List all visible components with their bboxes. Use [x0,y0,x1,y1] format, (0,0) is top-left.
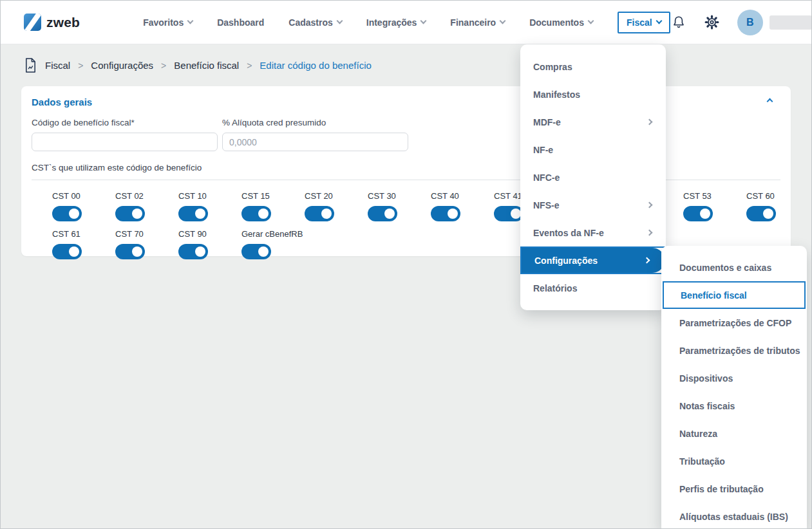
submenu-item-label: Dispositivos [679,373,733,384]
nav-item-fiscal[interactable]: Fiscal [618,12,670,33]
submenu-item-tributacao[interactable]: Tributação [661,447,807,475]
toggle-item-cst-90: CST 90 [178,229,241,259]
menu-item-label: MDF-e [533,117,561,127]
settings-gear-icon[interactable] [704,14,721,31]
menu-item-configuracoes-highlight: Configurações [522,248,665,273]
cst-15-toggle[interactable] [241,206,271,221]
cst-02-toggle[interactable] [115,206,145,221]
breadcrumb-item-configuracoes[interactable]: Configurações [91,60,153,71]
breadcrumb-item-fiscal[interactable]: Fiscal [45,60,70,71]
cst-70-toggle[interactable] [115,244,145,259]
toggle-label: CST 15 [241,191,305,201]
cst-00-toggle[interactable] [52,206,82,221]
toggle-label: Gerar cBenefRB [241,229,305,239]
cst-30-toggle[interactable] [368,206,397,221]
chevron-right-icon [647,230,653,236]
menu-item-nfce[interactable]: NFC-e [520,163,666,191]
menu-item-compras[interactable]: Compras [520,53,666,80]
avatar: B [737,10,763,35]
cst-53-toggle[interactable] [683,206,713,221]
nav-item-cadastros[interactable]: Cadastros [288,17,341,28]
nav-item-dashboard[interactable]: Dashboard [217,17,264,28]
cst-61-toggle[interactable] [52,244,82,259]
menu-item-relatorios[interactable]: Relatórios [520,274,666,302]
toggle-item-cst-30: CST 30 [368,191,431,221]
submenu-item-parametrizacoes-tributos[interactable]: Parametrizações de tributos [661,337,807,364]
cst-90-toggle[interactable] [178,244,208,259]
toggle-label: CST 10 [178,191,241,201]
logo-text: zweb [46,15,80,30]
document-icon [24,57,37,73]
toggle-item-cst-40: CST 40 [431,191,494,221]
form-fields-row: Código de benefício fiscal* % Alíquota c… [32,118,780,151]
breadcrumb-current-page: Editar código do benefício [260,60,371,71]
nav-item-documentos[interactable]: Documentos [529,17,593,28]
nav-item-favoritos[interactable]: Favoritos [143,17,193,28]
menu-item-label: Manifestos [533,89,580,100]
menu-item-label: NFS-e [533,200,559,210]
submenu-item-label: Parametrizações de tributos [679,346,800,356]
cst-41-toggle[interactable] [494,206,524,221]
submenu-item-beneficio-fiscal[interactable]: Benefício fiscal [663,281,806,309]
menu-item-mdfe[interactable]: MDF-e [520,108,666,136]
submenu-item-label: Notas fiscais [679,401,735,411]
menu-item-nfe[interactable]: NF-e [520,136,666,163]
menu-item-eventos-nfe[interactable]: Eventos da NF-e [520,219,666,246]
logo-icon [24,14,41,31]
menu-item-manifestos[interactable]: Manifestos [520,80,666,108]
chevron-down-icon [336,18,343,24]
collapse-section-button[interactable] [764,97,775,106]
submenu-item-perfis-de-tributacao[interactable]: Perfis de tributação [661,475,807,503]
codigo-beneficio-input[interactable] [32,133,218,151]
nav-label: Fiscal [627,17,652,28]
cst-20-toggle[interactable] [305,206,334,221]
chevron-right-icon [644,257,650,264]
field-label: % Alíquota cred presumido [222,118,408,127]
cst-60-toggle[interactable] [746,206,776,221]
avatar-initial: B [746,17,754,28]
configuracoes-submenu: Documentos e caixas Benefício fiscal Par… [661,246,807,529]
user-menu[interactable]: B [737,10,812,35]
submenu-item-label: Tributação [679,456,725,467]
toggle-label: CST 20 [305,191,368,201]
chevron-down-icon [656,18,662,24]
menu-item-configuracoes[interactable]: Configurações [520,246,666,274]
menu-item-label: Relatórios [533,283,577,293]
submenu-item-aliquotas-estaduais-ibs[interactable]: Alíquotas estaduais (IBS) [661,503,807,529]
cst-10-toggle[interactable] [178,206,208,221]
nav-label: Dashboard [217,17,264,28]
aliquota-input[interactable] [222,133,408,151]
breadcrumb-item-beneficio-fiscal[interactable]: Benefício fiscal [174,60,239,71]
cst-40-toggle[interactable] [431,206,460,221]
gerar-cbenefrb-toggle[interactable] [241,244,271,259]
toggle-item-cst-53: CST 53 [683,191,746,221]
toggle-label: CST 53 [683,191,746,201]
field-codigo-beneficio: Código de benefício fiscal* [32,118,218,151]
toggle-item-cst-02: CST 02 [115,191,178,221]
toggle-label: CST 00 [52,191,115,201]
submenu-item-parametrizacoes-cfop[interactable]: Parametrizações de CFOP [661,309,807,337]
notification-bell-icon[interactable] [670,14,687,31]
submenu-item-natureza[interactable]: Natureza [661,420,807,447]
submenu-item-label: Natureza [679,429,717,439]
nav-label: Cadastros [288,17,332,28]
top-bar-actions: B [670,10,812,35]
submenu-item-documentos-e-caixas[interactable]: Documentos e caixas [661,254,807,281]
nav-item-integracoes[interactable]: Integrações [366,17,426,28]
toggle-item-cst-61: CST 61 [52,229,115,259]
chevron-down-icon [588,18,594,24]
menu-item-nfse[interactable]: NFS-e [520,191,666,219]
toggle-item-cst-10: CST 10 [178,191,241,221]
toggle-item-cst-20: CST 20 [305,191,368,221]
fiscal-dropdown-menu: Compras Manifestos MDF-e NF-e NFC-e NFS-… [520,44,666,310]
nav-label: Financeiro [450,17,496,28]
submenu-item-notas-fiscais[interactable]: Notas fiscais [661,392,807,420]
submenu-item-dispositivos[interactable]: Dispositivos [661,364,807,392]
nav-label: Documentos [529,17,584,28]
logo[interactable]: zweb [24,14,80,31]
toggle-item-gerar-cbenefrb: Gerar cBenefRB [241,229,305,259]
submenu-item-label: Perfis de tributação [679,484,764,494]
nav-item-financeiro[interactable]: Financeiro [450,17,505,28]
field-aliquota: % Alíquota cred presumido [222,118,408,151]
chevron-down-icon [500,18,506,24]
